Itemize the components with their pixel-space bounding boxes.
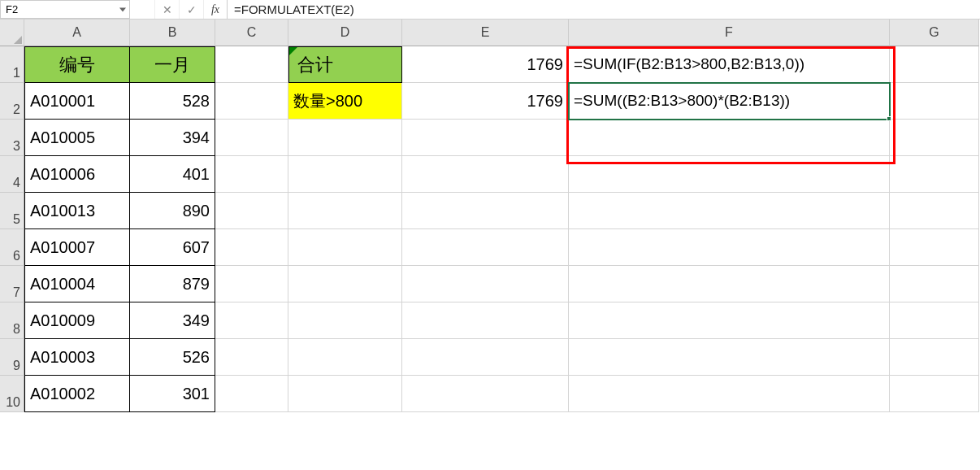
cell-G4[interactable] — [890, 156, 979, 193]
cell-C1[interactable] — [215, 46, 288, 83]
col-header-G[interactable]: G — [890, 20, 979, 46]
cell-A4[interactable]: A010006 — [24, 156, 130, 193]
cell-E6[interactable] — [402, 229, 569, 266]
cell-G9[interactable] — [890, 339, 979, 376]
cell-C7[interactable] — [215, 266, 288, 302]
cell-D4[interactable] — [288, 156, 402, 193]
cell-A6[interactable]: A010007 — [24, 229, 130, 266]
col-header-C[interactable]: C — [215, 20, 288, 46]
cell-G6[interactable] — [890, 229, 979, 266]
cell-C6[interactable] — [215, 229, 288, 266]
cell-F6[interactable] — [569, 229, 890, 266]
cell-E4[interactable] — [402, 156, 569, 193]
cell-G1[interactable] — [890, 46, 979, 83]
cell-A3[interactable]: A010005 — [24, 120, 130, 156]
row-header-4[interactable]: 4 — [0, 156, 24, 193]
cell-D1[interactable]: 合计 — [288, 46, 402, 83]
cell-E10[interactable] — [402, 376, 569, 412]
check-icon[interactable]: ✓ — [179, 0, 203, 19]
cell-F9[interactable] — [569, 339, 890, 376]
col-header-A[interactable]: A — [24, 20, 130, 46]
cell-G10[interactable] — [890, 376, 979, 412]
fill-handle[interactable] — [887, 116, 891, 121]
name-box-value: F2 — [6, 3, 18, 15]
formula-input[interactable]: =FORMULATEXT(E2) — [228, 0, 980, 19]
cell-A9[interactable]: A010003 — [24, 339, 130, 376]
cell-D7[interactable] — [288, 266, 402, 302]
cell-E7[interactable] — [402, 266, 569, 302]
cell-B10[interactable]: 301 — [130, 376, 215, 412]
cell-F2[interactable]: =SUM((B2:B13>800)*(B2:B13)) — [569, 83, 890, 120]
cell-F10[interactable] — [569, 376, 890, 412]
row-header-6[interactable]: 6 — [0, 229, 24, 266]
sheet-area: 1 2 3 4 5 6 7 8 9 10 A B C D E F G 编号 一月… — [0, 20, 980, 470]
cell-B5[interactable]: 890 — [130, 193, 215, 229]
cell-G8[interactable] — [890, 302, 979, 339]
row-header-8[interactable]: 8 — [0, 302, 24, 339]
row-header-9[interactable]: 9 — [0, 339, 24, 376]
fx-icon[interactable]: fx — [203, 0, 228, 19]
cell-C10[interactable] — [215, 376, 288, 412]
cell-F8[interactable] — [569, 302, 890, 339]
cell-G2[interactable] — [890, 83, 979, 120]
cell-C4[interactable] — [215, 156, 288, 193]
col-header-D[interactable]: D — [288, 20, 402, 46]
cell-A5[interactable]: A010013 — [24, 193, 130, 229]
cell-D5[interactable] — [288, 193, 402, 229]
row-header-5[interactable]: 5 — [0, 193, 24, 229]
cell-D8[interactable] — [288, 302, 402, 339]
row-header-2[interactable]: 2 — [0, 83, 24, 120]
cell-B2[interactable]: 528 — [130, 83, 215, 120]
chevron-down-icon[interactable] — [119, 7, 126, 11]
cell-B4[interactable]: 401 — [130, 156, 215, 193]
row-header-7[interactable]: 7 — [0, 266, 24, 302]
cell-E8[interactable] — [402, 302, 569, 339]
cell-E2[interactable]: 1769 — [402, 83, 569, 120]
cancel-icon[interactable]: ✕ — [154, 0, 179, 19]
row-header-10[interactable]: 10 — [0, 376, 24, 412]
cell-F7[interactable] — [569, 266, 890, 302]
cell-B6[interactable]: 607 — [130, 229, 215, 266]
cell-E1[interactable]: 1769 — [402, 46, 569, 83]
cell-B7[interactable]: 879 — [130, 266, 215, 302]
cell-G3[interactable] — [890, 120, 979, 156]
cell-G7[interactable] — [890, 266, 979, 302]
cell-F5[interactable] — [569, 193, 890, 229]
cell-A8[interactable]: A010009 — [24, 302, 130, 339]
cell-F1[interactable]: =SUM(IF(B2:B13>800,B2:B13,0)) — [569, 46, 890, 83]
cell-D3[interactable] — [288, 120, 402, 156]
cell-F3[interactable] — [569, 120, 890, 156]
cell-C3[interactable] — [215, 120, 288, 156]
cell-C2[interactable] — [215, 83, 288, 120]
cell-D10[interactable] — [288, 376, 402, 412]
cell-B8[interactable]: 349 — [130, 302, 215, 339]
row-header-1[interactable]: 1 — [0, 46, 24, 83]
cell-A10[interactable]: A010002 — [24, 376, 130, 412]
name-box[interactable]: F2 — [0, 0, 130, 19]
formula-bar: F2 ✕ ✓ fx =FORMULATEXT(E2) — [0, 0, 980, 20]
cell-G5[interactable] — [890, 193, 979, 229]
cell-D2[interactable]: 数量>800 — [288, 83, 402, 120]
cell-C9[interactable] — [215, 339, 288, 376]
row-header-3[interactable]: 3 — [0, 120, 24, 156]
cell-C5[interactable] — [215, 193, 288, 229]
cell-D6[interactable] — [288, 229, 402, 266]
select-all-corner[interactable] — [0, 20, 24, 46]
cell-A2[interactable]: A010001 — [24, 83, 130, 120]
cell-F2-value: =SUM((B2:B13>800)*(B2:B13)) — [574, 92, 790, 110]
col-header-F[interactable]: F — [569, 20, 890, 46]
cell-D9[interactable] — [288, 339, 402, 376]
cell-A1[interactable]: 编号 — [24, 46, 130, 83]
cell-B9[interactable]: 526 — [130, 339, 215, 376]
cell-E5[interactable] — [402, 193, 569, 229]
cell-F4[interactable] — [569, 156, 890, 193]
col-header-B[interactable]: B — [130, 20, 215, 46]
cell-B1[interactable]: 一月 — [130, 46, 215, 83]
cell-E9[interactable] — [402, 339, 569, 376]
cell-A7[interactable]: A010004 — [24, 266, 130, 302]
formula-text-value: =FORMULATEXT(E2) — [234, 2, 354, 16]
cell-C8[interactable] — [215, 302, 288, 339]
col-header-E[interactable]: E — [402, 20, 569, 46]
cell-E3[interactable] — [402, 120, 569, 156]
cell-B3[interactable]: 394 — [130, 120, 215, 156]
